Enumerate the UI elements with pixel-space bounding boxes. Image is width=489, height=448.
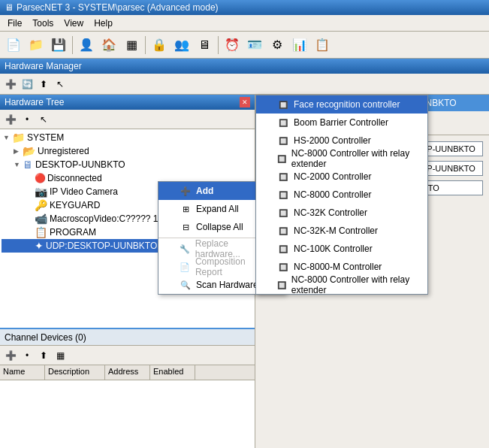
- hardware-tree-close[interactable]: ✕: [240, 97, 250, 107]
- computer-icon: 🖥: [23, 159, 33, 171]
- sub-toolbar-add[interactable]: ➕: [3, 77, 18, 92]
- toolbar-save[interactable]: 💾: [48, 35, 69, 56]
- sub-menu: 🔲 Face recognition controller 🔲 Boom Bar…: [255, 95, 428, 295]
- toolbar-settings[interactable]: ⚙: [267, 35, 288, 56]
- sub-item-nc8000[interactable]: 🔲 NC-8000 Controller: [256, 186, 427, 204]
- ctx-scan-label: Scan Hardware: [196, 280, 258, 290]
- channel-devices-title: Channel Devices (0): [5, 332, 86, 343]
- tree-dot-btn[interactable]: •: [20, 112, 35, 127]
- channel-devices: Channel Devices (0) ➕ • ⬆ ▦ Name Descrip…: [0, 328, 255, 448]
- sub-item-hs2000[interactable]: 🔲 HS-2000 Controller: [256, 132, 427, 150]
- hs2000-controller-icon: 🔲: [277, 135, 289, 147]
- face-controller-icon: 🔲: [277, 98, 289, 110]
- expand-unregistered-icon: ▶: [14, 147, 23, 155]
- ctx-scan-icon: 🔍: [180, 279, 192, 291]
- toolbar-new[interactable]: 📄: [3, 35, 24, 56]
- toolbar-house[interactable]: 🏠: [98, 35, 119, 56]
- menu-help[interactable]: Help: [89, 17, 117, 30]
- sub-item-boom-label: Boom Barrier Controller: [294, 117, 388, 128]
- expand-desktop-icon: ▼: [14, 161, 23, 168]
- disconnected-icon: 🔴: [35, 173, 46, 183]
- col-name: Name: [0, 365, 45, 380]
- menu-tools[interactable]: Tools: [28, 17, 58, 30]
- sub-item-face[interactable]: 🔲 Face recognition controller: [256, 95, 427, 114]
- sub-item-nc8000-relay[interactable]: 🔲 NC-8000 Controller with relay extender: [256, 150, 427, 168]
- sub-item-nc32k-label: NC-32K Controller: [294, 207, 367, 218]
- tree-label-program: PROGRAM: [50, 227, 96, 238]
- sub-toolbar-refresh[interactable]: 🔄: [20, 77, 35, 92]
- ctx-expand-icon: ⊞: [180, 203, 192, 215]
- tree-item-system[interactable]: ▼ 📁 SYSTEM: [2, 131, 253, 144]
- tree-label-udp: UDP:DESKTOP-UUNBKTO: [46, 241, 157, 251]
- sub-item-nc32km[interactable]: 🔲 NC-32K-M Controller: [256, 222, 427, 240]
- ctx-expand-label: Expand All: [196, 204, 239, 214]
- tree-label-unregistered: Unregistered: [38, 146, 89, 156]
- sub-item-nc8000m[interactable]: 🔲 NC-8000-M Controller: [256, 258, 427, 276]
- title-bar: 🖥 ParsecNET 3 - SYSTEM\parsec (Advanced …: [0, 0, 489, 15]
- sub-item-nc8000-relay2-label: NC-8000 Controller with relay extender: [291, 274, 415, 295]
- tree-label-ipcamera: IP Video Camera: [50, 186, 118, 197]
- macroscop-icon: 📹: [35, 213, 47, 225]
- ctx-composition-icon: 📄: [180, 261, 191, 273]
- channel-up-btn[interactable]: ⬆: [36, 348, 51, 363]
- channel-dot-btn[interactable]: •: [20, 348, 35, 363]
- toolbar-monitor[interactable]: 🖥: [194, 35, 215, 56]
- keyguard-icon: 🔑: [35, 199, 47, 211]
- nc8000-icon: 🔲: [277, 189, 289, 201]
- tree-label-keyguard: KEYGUARD: [50, 200, 100, 210]
- channel-devices-header: Channel Devices (0): [0, 329, 255, 346]
- title-bar-icon: 🖥: [5, 2, 14, 13]
- toolbar-lock[interactable]: 🔒: [149, 35, 170, 56]
- main-toolbar: 📄 📁 💾 👤 🏠 ▦ 🔒 👥 🖥 ⏰ 🪪 ⚙ 📊 📋: [0, 32, 489, 59]
- sub-toolbar-cursor[interactable]: ↖: [53, 77, 68, 92]
- sub-item-nc8000-relay2[interactable]: 🔲 NC-8000 Controller with relay extender: [256, 276, 427, 294]
- nc32k-icon: 🔲: [277, 207, 289, 219]
- channel-add-btn[interactable]: ➕: [3, 348, 18, 363]
- hardware-tree-toolbar: ➕ • ↖: [0, 110, 255, 129]
- menu-file[interactable]: File: [3, 17, 26, 30]
- toolbar-clock[interactable]: ⏰: [222, 35, 243, 56]
- sub-item-boom[interactable]: 🔲 Boom Barrier Controller: [256, 114, 427, 132]
- col-address: Address: [105, 365, 150, 380]
- nc8000m-icon: 🔲: [277, 261, 289, 273]
- channel-grid-btn[interactable]: ▦: [53, 348, 68, 363]
- tree-item-desktop[interactable]: ▼ 🖥 DESKTOP-UUNBKTO: [2, 158, 253, 171]
- toolbar-table[interactable]: 📋: [312, 35, 333, 56]
- nc2000-icon: 🔲: [277, 171, 289, 183]
- ctx-add-icon: ➕: [180, 185, 192, 197]
- tree-item-unregistered[interactable]: ▶ 📂 Unregistered: [2, 144, 253, 158]
- main-layout: Hardware Tree ✕ ➕ • ↖ ▼ 📁 SYSTEM ▶ 📂 Unr…: [0, 95, 489, 448]
- col-description: Description: [45, 365, 105, 380]
- sub-toolbar: ➕ 🔄 ⬆ ↖: [0, 74, 489, 95]
- toolbar-users[interactable]: 👥: [171, 35, 192, 56]
- nc8000-relay-icon: 🔲: [277, 153, 287, 165]
- sub-item-nc8000-relay-label: NC-8000 Controller with relay extender: [291, 148, 415, 169]
- channel-table-header: Name Description Address Enabled: [0, 365, 255, 380]
- left-panel: Hardware Tree ✕ ➕ • ↖ ▼ 📁 SYSTEM ▶ 📂 Unr…: [0, 95, 255, 448]
- nc8000-relay2-icon: 🔲: [277, 279, 287, 291]
- sub-item-nc2000[interactable]: 🔲 NC-2000 Controller: [256, 168, 427, 186]
- toolbar-card[interactable]: 🪪: [244, 35, 265, 56]
- sub-toolbar-up[interactable]: ⬆: [36, 77, 51, 92]
- program-icon: 📋: [35, 226, 47, 238]
- toolbar-open[interactable]: 📁: [26, 35, 47, 56]
- camera-icon: 📷: [35, 186, 47, 198]
- sub-item-nc8000-label: NC-8000 Controller: [294, 189, 371, 200]
- ctx-add-label: Add: [196, 186, 213, 196]
- ctx-collapse-icon: ⊟: [180, 221, 192, 233]
- toolbar-chart[interactable]: 📊: [289, 35, 310, 56]
- sub-item-nc32k[interactable]: 🔲 NC-32K Controller: [256, 204, 427, 222]
- toolbar-user[interactable]: 👤: [76, 35, 97, 56]
- nc32km-icon: 🔲: [277, 225, 289, 237]
- tree-add-btn[interactable]: ➕: [3, 112, 18, 127]
- ctx-replace-icon: 🔧: [180, 243, 191, 255]
- tree-cursor-btn[interactable]: ↖: [36, 112, 51, 127]
- expand-system-icon: ▼: [3, 134, 12, 141]
- hardware-tree-header: Hardware Tree ✕: [0, 95, 255, 110]
- sub-item-nc100k[interactable]: 🔲 NC-100K Controller: [256, 240, 427, 258]
- tree-label-disconnected: Disconnected: [47, 173, 102, 183]
- toolbar-grid[interactable]: ▦: [121, 35, 142, 56]
- menu-view[interactable]: View: [59, 17, 88, 30]
- sub-item-nc32km-label: NC-32K-M Controller: [294, 226, 378, 236]
- sub-item-face-label: Face recognition controller: [294, 99, 400, 110]
